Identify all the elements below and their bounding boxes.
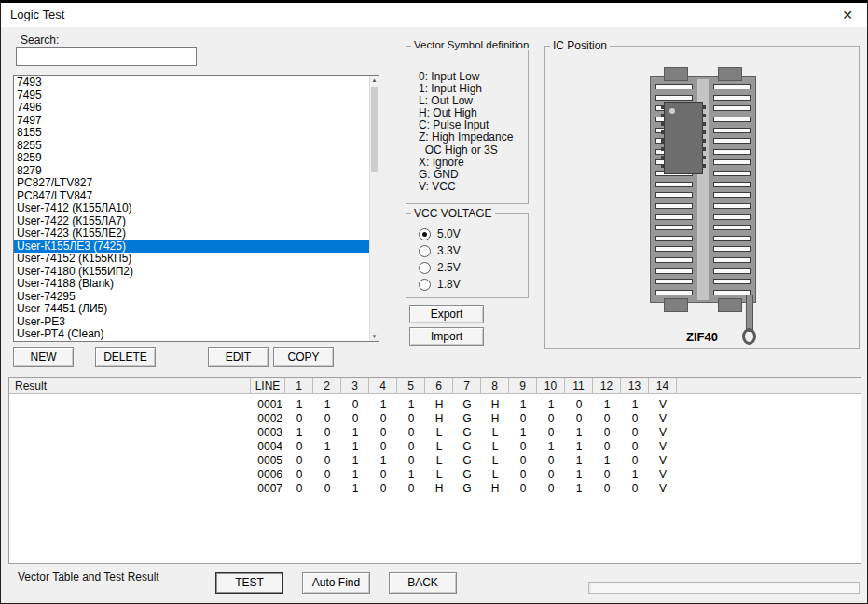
ic-list-item[interactable]: User-74180 (К155ИП2) (14, 266, 369, 279)
zif-socket (650, 76, 756, 303)
zif-pin-slot (713, 149, 751, 155)
vector-value-cell: 1 (341, 482, 369, 496)
result-cell (9, 398, 251, 412)
ic-list-item[interactable]: 7497 (14, 115, 369, 128)
import-button[interactable]: Import (409, 327, 484, 346)
vector-symbol-line: G: GND (419, 169, 513, 181)
ic-list-item[interactable]: User-РТ4 (Clean) (14, 328, 369, 341)
ic-list-item[interactable]: 8255 (14, 140, 369, 153)
ic-list-item[interactable]: User-74152 (К155КП5) (14, 253, 369, 266)
ic-list-item[interactable]: 8279 (14, 165, 369, 178)
ic-list-item[interactable]: PC827/LTV827 (14, 177, 369, 190)
vector-value-cell: 1 (397, 468, 425, 482)
pin-column-header: 6 (425, 378, 453, 393)
zif-tab (718, 298, 742, 312)
vector-value-cell: G (453, 454, 481, 468)
ic-list-item[interactable]: User-74188 (Blank) (14, 278, 369, 291)
vector-value-cell: G (453, 482, 481, 496)
vector-value-cell: 0 (537, 454, 565, 468)
vector-value-cell: 1 (509, 426, 537, 440)
ic-list-item[interactable]: 8259 (14, 152, 369, 165)
vector-value-cell: 0 (285, 440, 313, 454)
vector-symbol-lines: 0: Input Low1: Input HighL: Out LowH: Ou… (419, 71, 513, 193)
ic-list-item[interactable]: User-74295 (14, 291, 369, 304)
back-button[interactable]: BACK (389, 572, 457, 594)
vector-value-cell: 0 (369, 482, 397, 496)
auto-find-button[interactable]: Auto Find (302, 572, 370, 594)
vector-value-cell: 1 (621, 468, 649, 482)
list-scrollbar[interactable]: ▲ ▼ (369, 76, 379, 341)
ic-listbox[interactable]: 74937495749674978155825582598279PC827/LT… (13, 75, 379, 342)
ic-list-item[interactable]: User-7412 (К155ЛА10) (14, 202, 369, 215)
edit-button[interactable]: EDIT (208, 347, 269, 367)
export-button[interactable]: Export (409, 305, 484, 323)
pin-column-header: 7 (453, 378, 481, 393)
ic-list-item[interactable]: 8155 (14, 127, 369, 140)
vector-value-cell: L (425, 440, 453, 454)
radio-icon[interactable] (419, 245, 431, 257)
vector-value-cell: 1 (341, 440, 369, 454)
result-column-header: Result (9, 378, 251, 393)
vector-value-cell: 0 (593, 440, 621, 454)
ic-list-item[interactable]: User-7423 (К155ЛЕ2) (14, 227, 369, 240)
ic-list-item[interactable]: 7493 (14, 76, 369, 89)
vector-value-cell: 1 (285, 426, 313, 440)
ic-list-item[interactable]: User-74451 (ЛИ5) (14, 303, 369, 316)
window-title: Logic Test (10, 3, 64, 27)
delete-button[interactable]: DELETE (95, 347, 156, 367)
vcc-option[interactable]: 2.5V (419, 259, 461, 276)
table-row: 000401100LGL01100V (9, 440, 861, 454)
zif-tab (664, 67, 688, 81)
vector-value-cell: L (425, 454, 453, 468)
radio-icon[interactable] (419, 262, 431, 274)
vector-value-cell: 1 (565, 482, 593, 496)
radio-icon[interactable] (419, 279, 431, 291)
ic-list-item[interactable]: 7495 (14, 89, 369, 103)
vector-value-cell: 1 (537, 440, 565, 454)
vector-value-cell: 0 (369, 468, 397, 482)
close-button[interactable]: ✕ (832, 3, 863, 27)
zif-pin-slot (713, 290, 751, 295)
vcc-option[interactable]: 5.0V (419, 226, 461, 242)
vcc-option[interactable]: 1.8V (419, 276, 461, 293)
vector-value-cell: 0 (537, 412, 565, 426)
zif-pin-slot (655, 225, 693, 230)
zif-pin-slot (713, 95, 751, 101)
vcc-options: 5.0V3.3V2.5V1.8V (419, 226, 461, 293)
radio-icon[interactable] (419, 228, 431, 240)
vector-value-cell: V (649, 440, 677, 454)
vcc-option[interactable]: 3.3V (419, 242, 461, 259)
socket-label: ZIF40 (545, 330, 859, 344)
zif-pin-slot (655, 290, 693, 295)
ic-list-item[interactable]: 7496 (14, 102, 369, 115)
test-button[interactable]: TEST (215, 572, 283, 594)
pin-column-header: 2 (313, 378, 341, 393)
copy-button[interactable]: COPY (273, 347, 334, 367)
vector-value-cell: 1 (593, 398, 621, 412)
vector-value-cell: L (481, 454, 509, 468)
ic-list-item[interactable]: User-К155ЛЕ3 (7425) (14, 240, 369, 254)
ic-position-group: IC Position ZIF40 (544, 46, 860, 349)
ic-list-item[interactable]: User-РЕ3 (14, 316, 369, 329)
ic-position-group-title: IC Position (550, 39, 610, 52)
zif-pin-slot (655, 203, 693, 209)
scroll-thumb[interactable] (371, 87, 378, 172)
vector-value-cell: 0 (397, 482, 425, 496)
vector-value-cell: 0 (537, 426, 565, 440)
vector-value-cell: 0 (313, 468, 341, 482)
header-filler (677, 378, 861, 393)
vector-value-cell: 0 (565, 412, 593, 426)
vector-value-cell: 1 (537, 398, 565, 412)
new-button[interactable]: NEW (13, 347, 74, 367)
search-input[interactable] (16, 47, 197, 66)
ic-list-item[interactable]: PC847/LTV847 (14, 190, 369, 203)
ic-list-item[interactable]: User-7422 (К155ЛА7) (14, 215, 369, 228)
scroll-down-icon[interactable]: ▼ (370, 332, 379, 341)
table-row: 000111011HGH11011V (9, 398, 861, 412)
vector-value-cell: 0 (369, 412, 397, 426)
zif-pin-slot (655, 279, 693, 284)
zif-pin-slot (713, 279, 751, 284)
vector-value-cell: 1 (565, 468, 593, 482)
vector-value-cell: 1 (369, 398, 397, 412)
scroll-up-icon[interactable]: ▲ (370, 76, 379, 85)
